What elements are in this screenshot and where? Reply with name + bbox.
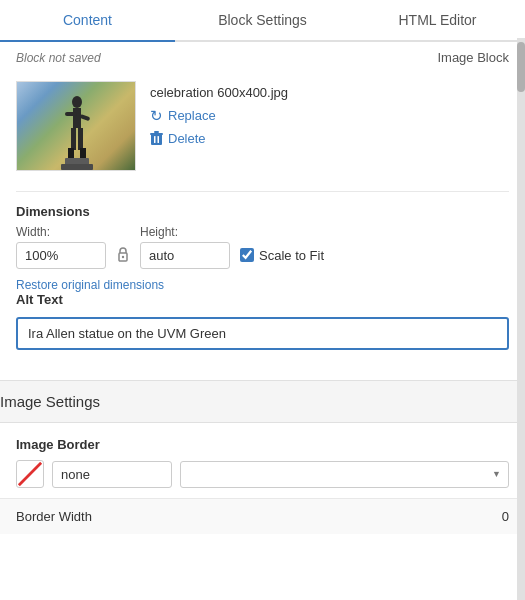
scale-to-fit-label: Scale to Fit bbox=[259, 248, 324, 263]
svg-rect-6 bbox=[78, 128, 83, 150]
tabs-bar: Content Block Settings HTML Editor bbox=[0, 0, 525, 42]
svg-rect-3 bbox=[65, 112, 77, 116]
alt-text-input[interactable] bbox=[16, 317, 509, 350]
scrollbar-track[interactable] bbox=[517, 38, 525, 600]
page-wrapper: Content Block Settings HTML Editor Block… bbox=[0, 0, 525, 600]
delete-label: Delete bbox=[168, 131, 206, 146]
border-width-row: Border Width 0 bbox=[0, 498, 525, 534]
dimensions-title: Dimensions bbox=[16, 204, 509, 219]
svg-rect-13 bbox=[154, 131, 159, 133]
image-filename: celebration 600x400.jpg bbox=[150, 85, 288, 100]
border-row bbox=[16, 460, 509, 488]
width-input[interactable] bbox=[16, 242, 106, 269]
svg-line-18 bbox=[19, 463, 41, 485]
delete-icon bbox=[150, 131, 163, 146]
delete-link[interactable]: Delete bbox=[150, 131, 288, 146]
svg-point-1 bbox=[72, 96, 82, 108]
border-style-input[interactable] bbox=[52, 461, 172, 488]
tab-block-settings[interactable]: Block Settings bbox=[175, 0, 350, 42]
image-border-label: Image Border bbox=[16, 437, 509, 452]
dimensions-row: Width: Height: Scale to Fit bbox=[16, 225, 509, 269]
replace-icon: ↻ bbox=[150, 108, 163, 123]
lock-icon bbox=[116, 246, 130, 265]
svg-rect-12 bbox=[150, 133, 163, 135]
svg-rect-8 bbox=[80, 148, 86, 158]
svg-rect-15 bbox=[158, 136, 160, 143]
svg-rect-7 bbox=[68, 148, 74, 158]
svg-rect-4 bbox=[80, 114, 91, 121]
alt-text-section: Alt Text bbox=[16, 292, 509, 350]
image-section: celebration 600x400.jpg ↻ Replace bbox=[16, 81, 509, 171]
svg-rect-11 bbox=[151, 134, 162, 145]
image-block-label: Image Block bbox=[437, 50, 509, 65]
image-info: celebration 600x400.jpg ↻ Replace bbox=[150, 81, 288, 146]
svg-rect-2 bbox=[73, 108, 81, 128]
svg-rect-10 bbox=[61, 164, 93, 170]
replace-label: Replace bbox=[168, 108, 216, 123]
image-thumbnail bbox=[16, 81, 136, 171]
svg-rect-14 bbox=[154, 136, 156, 143]
height-label: Height: bbox=[140, 225, 230, 239]
border-color-select[interactable] bbox=[180, 461, 509, 488]
image-settings-section: Image Settings bbox=[0, 380, 525, 423]
tab-content[interactable]: Content bbox=[0, 0, 175, 42]
statue-svg bbox=[47, 90, 107, 170]
scale-fit-group: Scale to Fit bbox=[240, 248, 324, 263]
dimensions-section: Dimensions Width: Height: bbox=[16, 204, 509, 292]
block-not-saved-text: Block not saved bbox=[16, 51, 101, 65]
divider-1 bbox=[16, 191, 509, 192]
restore-dimensions-link[interactable]: Restore original dimensions bbox=[16, 278, 164, 292]
border-color-swatch[interactable] bbox=[16, 460, 44, 488]
svg-point-17 bbox=[122, 255, 124, 257]
image-settings-title: Image Settings bbox=[0, 393, 525, 410]
height-input[interactable] bbox=[140, 242, 230, 269]
svg-rect-5 bbox=[71, 128, 76, 150]
height-group: Height: bbox=[140, 225, 230, 269]
replace-link[interactable]: ↻ Replace bbox=[150, 108, 288, 123]
width-group: Width: bbox=[16, 225, 106, 269]
width-label: Width: bbox=[16, 225, 106, 239]
border-color-wrapper bbox=[180, 461, 509, 488]
alt-text-title: Alt Text bbox=[16, 292, 509, 307]
border-section-wrapper: Image Border Border Width 0 bbox=[0, 423, 525, 534]
main-content: celebration 600x400.jpg ↻ Replace bbox=[0, 69, 525, 380]
scrollbar-thumb[interactable] bbox=[517, 42, 525, 92]
border-width-label: Border Width bbox=[16, 509, 92, 524]
tab-html-editor[interactable]: HTML Editor bbox=[350, 0, 525, 42]
header-row: Block not saved Image Block bbox=[0, 42, 525, 69]
border-width-value: 0 bbox=[502, 509, 509, 524]
scale-to-fit-checkbox[interactable] bbox=[240, 248, 254, 262]
